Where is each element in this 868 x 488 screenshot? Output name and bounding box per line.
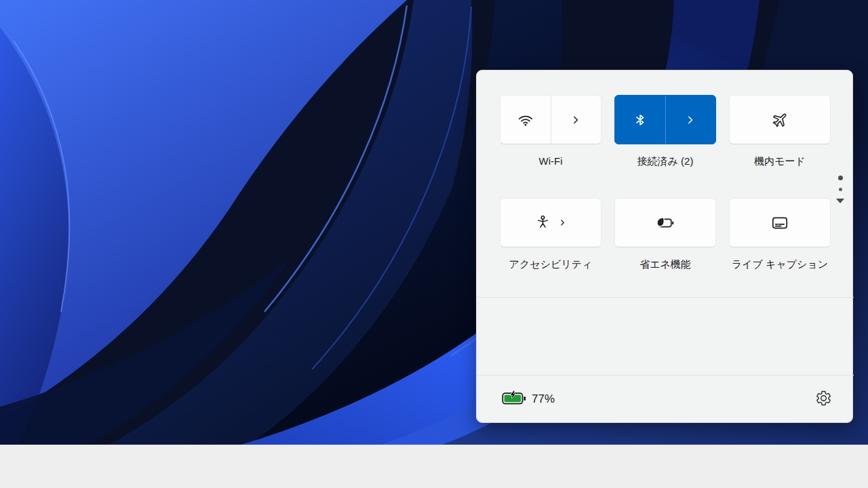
tile-bluetooth: 接続済み (2) — [614, 95, 716, 167]
energy-saver-button[interactable] — [614, 198, 716, 247]
wifi-tile — [500, 95, 601, 144]
wifi-icon — [517, 111, 534, 129]
page-dot-2[interactable] — [839, 188, 842, 191]
airplane-mode-button[interactable] — [729, 95, 831, 144]
energy-saver-icon — [656, 214, 675, 232]
volume-section — [477, 297, 854, 375]
bluetooth-icon — [632, 112, 648, 128]
tile-label-wifi: Wi-Fi — [539, 155, 563, 167]
wifi-toggle-button[interactable] — [500, 96, 551, 144]
chevron-right-icon — [684, 113, 697, 127]
bluetooth-tile — [614, 95, 716, 144]
tile-label-accessibility: アクセシビリティ — [509, 258, 593, 270]
taskbar: 77% — [0, 445, 868, 488]
tile-label-airplane: 機内モード — [754, 155, 806, 167]
wifi-expand-button[interactable] — [551, 96, 601, 144]
live-captions-button[interactable] — [729, 198, 831, 247]
tile-label-live-captions: ライブ キャプション — [732, 258, 828, 270]
desktop: Wi-Fi — [0, 0, 868, 488]
tile-wifi: Wi-Fi — [500, 95, 601, 167]
gear-icon — [815, 390, 832, 409]
page-indicator — [836, 176, 844, 203]
battery-charging-icon — [502, 390, 526, 408]
bluetooth-expand-button[interactable] — [666, 96, 716, 144]
quick-settings-row-1: Wi-Fi — [500, 95, 831, 167]
battery-percent-label: 77% — [532, 392, 555, 406]
chevron-right-icon — [569, 113, 583, 127]
settings-button[interactable] — [814, 388, 833, 410]
tile-airplane-mode: 機内モード — [729, 95, 831, 167]
tile-label-energy-saver: 省エネ機能 — [639, 258, 691, 270]
quick-settings-footer: 77% — [477, 375, 854, 423]
tile-accessibility: アクセシビリティ — [500, 198, 601, 270]
live-captions-icon — [771, 214, 789, 232]
page-dot-current — [838, 176, 843, 180]
accessibility-icon — [534, 214, 551, 231]
tile-label-bluetooth: 接続済み (2) — [637, 155, 694, 167]
tile-live-captions: ライブ キャプション — [729, 198, 831, 270]
quick-settings-panel: Wi-Fi — [476, 70, 853, 423]
battery-status-button[interactable]: 77% — [502, 390, 555, 408]
tile-energy-saver: 省エネ機能 — [614, 198, 716, 270]
quick-settings-row-2: アクセシビリティ 省エネ機能 — [500, 198, 831, 270]
bluetooth-toggle-button[interactable] — [615, 96, 665, 144]
airplane-icon — [771, 110, 789, 129]
accessibility-button[interactable] — [500, 198, 601, 247]
scroll-down-arrow-icon[interactable] — [836, 199, 844, 203]
chevron-right-icon — [558, 218, 567, 227]
